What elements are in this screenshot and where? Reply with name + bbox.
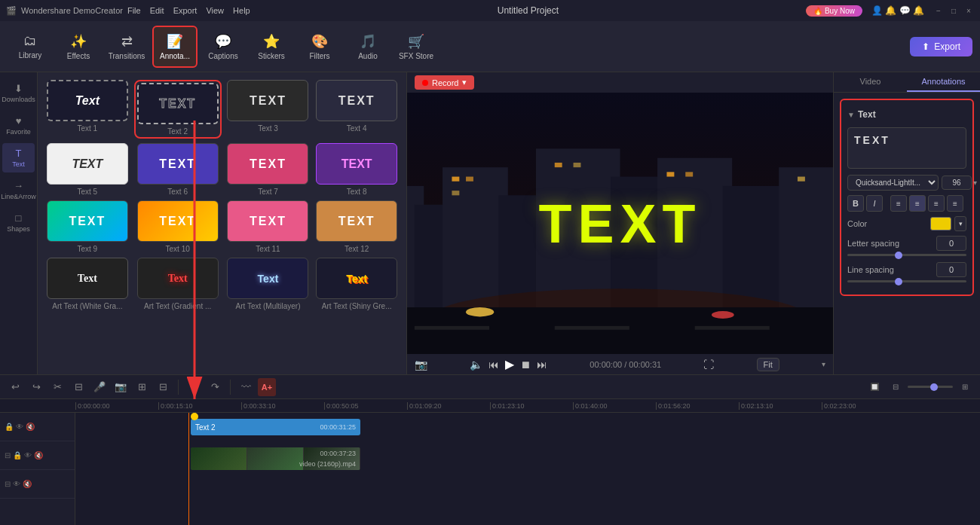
sidebar-item-downloads[interactable]: ⬇ Downloads (2, 78, 35, 108)
track-video-mute-icon[interactable]: 🔇 (34, 451, 43, 459)
list-item[interactable]: Text Art Text (White Gra... (45, 258, 130, 310)
list-item[interactable]: Text Art Text (Shiny Gre... (314, 258, 399, 310)
font-family-select[interactable]: Quicksand-LightIt... (847, 175, 939, 191)
track-add-icon[interactable]: ⊟ (5, 480, 11, 488)
list-item[interactable]: TEXT Text 8 (314, 143, 399, 196)
list-item[interactable]: TEXT Text 4 (314, 80, 399, 139)
export-button[interactable]: ⬆ Export (910, 37, 972, 56)
sidebar-item-linearrow[interactable]: → Line&Arrow (2, 176, 35, 205)
tab-video[interactable]: Video (834, 72, 907, 92)
split-button[interactable]: ✂ (48, 378, 66, 396)
text-preview-11[interactable]: TEXT (227, 200, 308, 242)
zoom-out-icon[interactable]: ⊟ (887, 378, 905, 396)
list-item[interactable]: TEXT Text 9 (45, 200, 130, 253)
tool-annotations[interactable]: 📝 Annota... (152, 26, 198, 68)
close-button[interactable]: × (963, 5, 974, 16)
list-item[interactable]: TEXT Text 6 (134, 143, 222, 196)
fit-timeline-button[interactable]: ⊞ (956, 378, 974, 396)
tool-captions[interactable]: 💬 Captions (201, 26, 246, 68)
track-lock-icon[interactable]: 🔒 (5, 423, 14, 431)
track-mute-icon[interactable]: 🔇 (26, 423, 35, 431)
list-item[interactable]: TEXT Text 7 (226, 143, 311, 196)
text-preview-7[interactable]: TEXT (227, 143, 308, 185)
list-item[interactable]: TEXT Text 10 (134, 200, 222, 253)
track-video-eye-icon[interactable]: 👁 (24, 451, 32, 459)
track-eye-icon[interactable]: 👁 (16, 423, 23, 431)
zoom-slider[interactable] (908, 386, 953, 388)
playhead[interactable] (188, 413, 189, 525)
tool4-button[interactable]: ↷ (206, 378, 224, 396)
align-justify-button[interactable]: ≡ (947, 195, 963, 212)
text-preview-9[interactable]: TEXT (47, 200, 128, 242)
webcam-button[interactable]: 📷 (112, 378, 130, 396)
line-spacing-thumb[interactable] (895, 278, 902, 285)
text-preview-art3[interactable]: Text (227, 258, 308, 299)
text-preview-3[interactable]: TEXT (227, 80, 308, 121)
text-content-input[interactable]: TEXT (847, 127, 966, 169)
text-preview-1[interactable]: Text (47, 80, 128, 121)
text-preview-2[interactable]: TEXT (137, 83, 219, 124)
menu-help[interactable]: Help (233, 6, 250, 15)
align-left-button[interactable]: ≡ (890, 195, 907, 212)
menu-bar[interactable]: File Edit Export View Help (127, 6, 250, 15)
list-item[interactable]: TEXT Text 11 (226, 200, 311, 253)
list-item[interactable]: TEXT Text 2 (134, 80, 222, 139)
tool-stickers[interactable]: ⭐ Stickers (249, 26, 294, 68)
list-item[interactable]: Text Art Text (Gradient ... (134, 258, 222, 310)
sidebar-item-text[interactable]: T Text (2, 143, 35, 172)
fit-button[interactable]: Fit (757, 358, 779, 371)
text-preview-4[interactable]: TEXT (316, 80, 397, 121)
bold-button[interactable]: B (847, 195, 864, 212)
tool-effects[interactable]: ✨ Effects (56, 26, 101, 68)
list-item[interactable]: TEXT Text 3 (226, 80, 311, 139)
volume-button[interactable]: 🔈 (470, 359, 482, 371)
tool-transitions[interactable]: ⇄ Transitions (104, 26, 149, 68)
tool-sfx[interactable]: 🛒 SFX Store (394, 26, 439, 68)
menu-view[interactable]: View (206, 6, 224, 15)
font-size-dropdown[interactable]: ▾ (973, 179, 977, 187)
text-preview-art1[interactable]: Text (47, 258, 128, 299)
color-swatch[interactable] (930, 217, 951, 230)
track-video-expand-icon[interactable]: ⊟ (5, 451, 11, 459)
list-item[interactable]: Text Text 1 (45, 80, 130, 139)
list-item[interactable]: TEXT Text 5 (45, 143, 130, 196)
undo-button[interactable]: ↩ (6, 378, 24, 396)
text-preview-12[interactable]: TEXT (316, 200, 397, 242)
color-dropdown-button[interactable]: ▾ (954, 216, 966, 231)
tool2-button[interactable]: ⊟ (154, 378, 172, 396)
text-preview-6[interactable]: TEXT (137, 143, 219, 185)
track-eye-icon2[interactable]: 👁 (13, 480, 20, 488)
menu-file[interactable]: File (127, 6, 141, 15)
menu-export[interactable]: Export (173, 6, 198, 15)
tool-library[interactable]: 🗂 Library (8, 26, 53, 68)
text-preview-art4[interactable]: Text (316, 258, 397, 299)
fullscreen-button[interactable]: ⛶ (703, 359, 714, 371)
text-preview-10[interactable]: TEXT (137, 200, 219, 242)
tool1-button[interactable]: ⊞ (133, 378, 151, 396)
line-spacing-slider[interactable] (847, 280, 966, 282)
align-center-button[interactable]: ≡ (909, 195, 926, 212)
tool-audio[interactable]: 🎵 Audio (345, 26, 390, 68)
play-prev-button[interactable]: ⏮ (488, 359, 499, 371)
sidebar-item-favorite[interactable]: ♥ Favorite (2, 111, 35, 140)
tool3-button[interactable]: ↶ (185, 378, 203, 396)
maximize-button[interactable]: □ (948, 5, 959, 16)
record-button[interactable]: Record ▾ (415, 75, 474, 90)
font-size-input[interactable] (942, 176, 972, 190)
motion-button[interactable]: 〰 (237, 378, 255, 396)
video-track[interactable]: video (2160p).mp4 00:00:37:23 (191, 447, 360, 470)
buy-now-button[interactable]: 🔥 Buy Now (806, 5, 862, 17)
menu-edit[interactable]: Edit (150, 6, 164, 15)
list-item[interactable]: Text Art Text (Multilayer) (226, 258, 311, 310)
list-item[interactable]: TEXT Text 12 (314, 200, 399, 253)
track-video-lock-icon[interactable]: 🔒 (13, 451, 22, 459)
screenshot-button[interactable]: 📷 (415, 359, 427, 371)
trim-button[interactable]: ⊟ (69, 378, 87, 396)
align-right-button[interactable]: ≡ (928, 195, 945, 212)
italic-button[interactable]: I (866, 195, 883, 212)
text-track[interactable]: Text 2 00:00:31:25 (191, 419, 360, 435)
letter-spacing-slider[interactable] (847, 254, 966, 256)
letter-spacing-thumb[interactable] (895, 252, 902, 259)
tool-filters[interactable]: 🎨 Filters (297, 26, 342, 68)
redo-button[interactable]: ↪ (27, 378, 45, 396)
